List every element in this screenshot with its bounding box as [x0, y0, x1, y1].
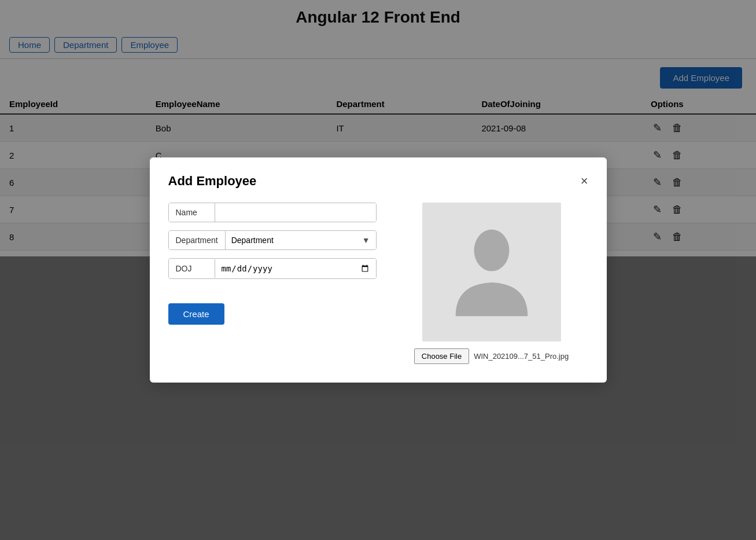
svg-point-0: [474, 230, 509, 271]
modal-body: Name Department DepartmentITHRFinanceMar…: [168, 203, 588, 364]
department-select[interactable]: DepartmentITHRFinanceMarketing: [226, 231, 376, 249]
department-label: Department: [169, 231, 226, 249]
modal-form: Name Department DepartmentITHRFinanceMar…: [168, 203, 377, 364]
file-name-display: WIN_202109...7_51_Pro.jpg: [474, 352, 569, 361]
create-btn-row: Create: [168, 303, 377, 325]
avatar-silhouette-icon: [451, 220, 532, 324]
department-select-wrapper: DepartmentITHRFinanceMarketing ▼: [226, 231, 376, 249]
modal-overlay: Add Employee × Name Department Departmen…: [0, 0, 756, 540]
name-input[interactable]: [215, 203, 376, 222]
avatar-preview: [422, 203, 561, 341]
doj-field-row: DOJ: [168, 258, 377, 279]
doj-input[interactable]: [215, 259, 376, 278]
file-input-row: Choose File WIN_202109...7_51_Pro.jpg: [414, 348, 569, 364]
name-label: Name: [169, 203, 215, 222]
name-field-row: Name: [168, 203, 377, 222]
doj-label: DOJ: [169, 259, 215, 278]
choose-file-button[interactable]: Choose File: [414, 348, 469, 364]
department-field-row: Department DepartmentITHRFinanceMarketin…: [168, 230, 377, 250]
modal-header: Add Employee ×: [168, 174, 588, 189]
add-employee-modal: Add Employee × Name Department Departmen…: [150, 157, 607, 383]
modal-avatar-section: Choose File WIN_202109...7_51_Pro.jpg: [395, 203, 588, 364]
create-button[interactable]: Create: [168, 303, 224, 325]
modal-close-button[interactable]: ×: [581, 175, 588, 188]
modal-title: Add Employee: [168, 174, 257, 189]
